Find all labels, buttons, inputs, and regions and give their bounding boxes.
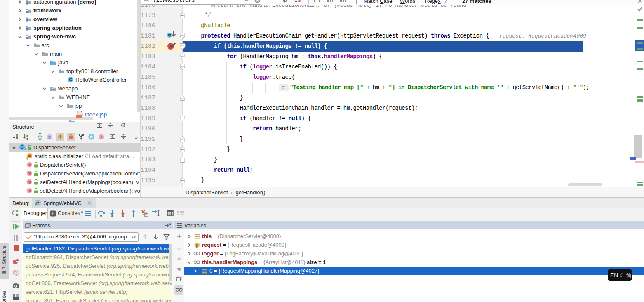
svg-text:p: p (196, 243, 198, 248)
svg-text:f: f (60, 135, 61, 139)
svg-text:m: m (28, 163, 31, 167)
svg-text:m: m (28, 189, 31, 193)
svg-text:z: z (26, 137, 28, 140)
svg-text:m: m (28, 180, 31, 184)
svg-text:m: m (28, 171, 31, 176)
svg-text:p: p (48, 135, 51, 139)
svg-text:λ: λ (101, 135, 103, 139)
svg-text:C: C (69, 78, 72, 82)
